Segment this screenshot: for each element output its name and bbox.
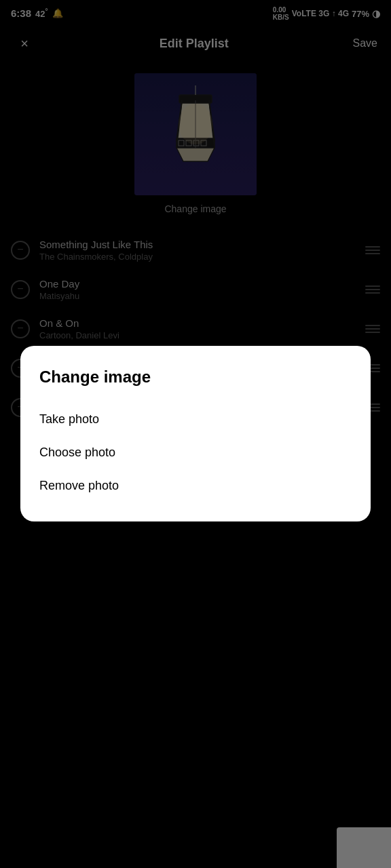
remove-photo-option[interactable]: Remove photo — [39, 469, 352, 502]
change-image-modal: Change image Take photo Choose photo Rem… — [20, 346, 371, 521]
modal-title: Change image — [39, 368, 352, 387]
choose-photo-option[interactable]: Choose photo — [39, 436, 352, 469]
take-photo-option[interactable]: Take photo — [39, 403, 352, 436]
